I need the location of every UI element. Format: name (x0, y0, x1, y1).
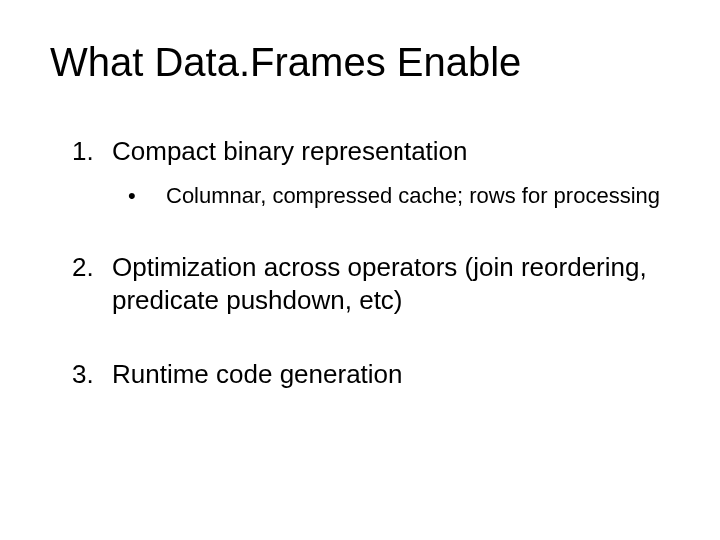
slide-title: What Data.Frames Enable (50, 40, 670, 85)
numbered-list: Compact binary representation Columnar, … (40, 135, 670, 391)
list-item-text: Compact binary representation (112, 136, 468, 166)
sublist-item-text: Columnar, compressed cache; rows for pro… (166, 183, 660, 208)
list-item: Optimization across operators (join reor… (40, 251, 670, 316)
list-item-text: Optimization across operators (join reor… (112, 252, 647, 315)
list-item-text: Runtime code generation (112, 359, 403, 389)
list-item: Compact binary representation Columnar, … (40, 135, 670, 209)
sublist-item: Columnar, compressed cache; rows for pro… (112, 182, 670, 210)
list-item: Runtime code generation (40, 358, 670, 391)
sublist: Columnar, compressed cache; rows for pro… (112, 182, 670, 210)
